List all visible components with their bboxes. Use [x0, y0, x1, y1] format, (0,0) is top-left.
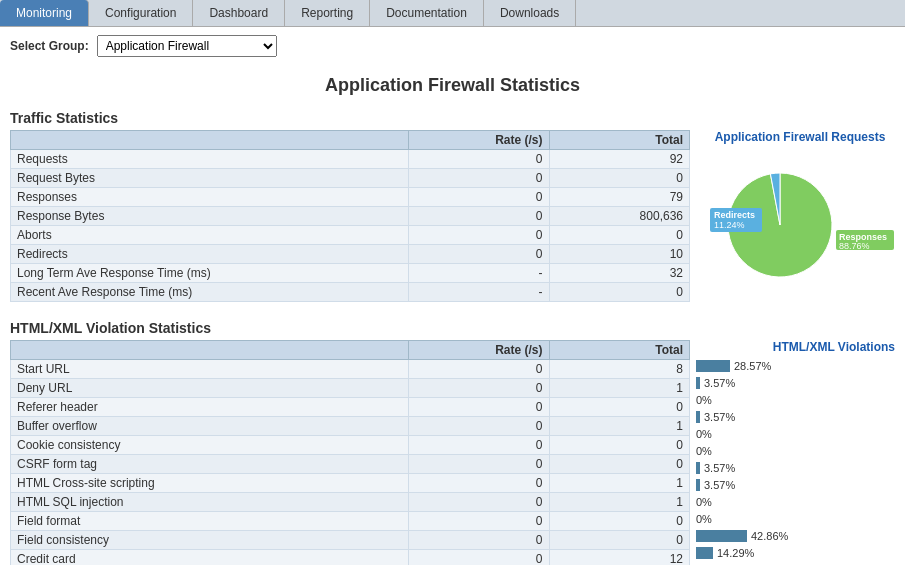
- viol-row-label: Field format: [11, 512, 409, 531]
- page-title: Application Firewall Statistics: [10, 75, 895, 96]
- bar-fill: [696, 377, 700, 389]
- viol-row-rate: 0: [409, 493, 549, 512]
- traffic-row-total: 32: [549, 264, 690, 283]
- viol-row-label: Field consistency: [11, 531, 409, 550]
- table-row: Deny URL 0 1: [11, 379, 690, 398]
- violation-chart-col: HTML/XML Violations 28.57% 3.57% 0% 3.57…: [690, 340, 895, 562]
- viol-row-total: 8: [549, 360, 690, 379]
- bar-fill: [696, 462, 700, 474]
- viol-row-total: 0: [549, 455, 690, 474]
- viol-row-label: Buffer overflow: [11, 417, 409, 436]
- select-group-row: Select Group: Application Firewall: [0, 27, 905, 65]
- pie-chart: Redirects 11.24% Responses 88.76% Redire…: [700, 150, 900, 290]
- table-row: Field consistency 0 0: [11, 531, 690, 550]
- viol-row-label: CSRF form tag: [11, 455, 409, 474]
- viol-row-total: 1: [549, 493, 690, 512]
- traffic-col-label: [11, 131, 409, 150]
- bar-label: 0%: [696, 513, 712, 525]
- viol-row-rate: 0: [409, 398, 549, 417]
- bar-fill: [696, 360, 730, 372]
- bar-row: 0%: [696, 511, 895, 527]
- table-row: Response Bytes 0 800,636: [11, 207, 690, 226]
- viol-row-total: 0: [549, 436, 690, 455]
- viol-row-total: 1: [549, 474, 690, 493]
- tab-documentation[interactable]: Documentation: [370, 0, 484, 26]
- traffic-row-rate: -: [409, 283, 549, 302]
- bar-fill: [696, 530, 747, 542]
- table-row: Cookie consistency 0 0: [11, 436, 690, 455]
- svg-text:88.76%: 88.76%: [839, 241, 870, 251]
- select-group-label: Select Group:: [10, 39, 89, 53]
- traffic-row-total: 800,636: [549, 207, 690, 226]
- traffic-row-rate: 0: [409, 207, 549, 226]
- viol-row-label: Referer header: [11, 398, 409, 417]
- viol-col-label: [11, 341, 409, 360]
- tab-configuration[interactable]: Configuration: [89, 0, 193, 26]
- bar-fill: [696, 547, 713, 559]
- table-row: Credit card 0 12: [11, 550, 690, 566]
- traffic-row-rate: 0: [409, 226, 549, 245]
- bar-row: 3.57%: [696, 477, 895, 493]
- bar-label: 28.57%: [734, 360, 771, 372]
- viol-row-total: 1: [549, 417, 690, 436]
- bar-chart-title: HTML/XML Violations: [696, 340, 895, 354]
- viol-row-total: 12: [549, 550, 690, 566]
- viol-row-rate: 0: [409, 550, 549, 566]
- viol-row-label: HTML Cross-site scripting: [11, 474, 409, 493]
- traffic-row-total: 0: [549, 169, 690, 188]
- table-row: Buffer overflow 0 1: [11, 417, 690, 436]
- table-row: Long Term Ave Response Time (ms) - 32: [11, 264, 690, 283]
- bar-row: 28.57%: [696, 358, 895, 374]
- bar-label: 0%: [696, 428, 712, 440]
- bar-row: 3.57%: [696, 375, 895, 391]
- bar-label: 3.57%: [704, 479, 735, 491]
- bar-label: 0%: [696, 445, 712, 457]
- viol-col-total: Total: [549, 341, 690, 360]
- table-row: Responses 0 79: [11, 188, 690, 207]
- viol-row-total: 0: [549, 512, 690, 531]
- tab-dashboard[interactable]: Dashboard: [193, 0, 285, 26]
- table-row: Start URL 0 8: [11, 360, 690, 379]
- bar-row: 42.86%: [696, 528, 895, 544]
- traffic-row-label: Redirects: [11, 245, 409, 264]
- viol-row-rate: 0: [409, 417, 549, 436]
- svg-text:11.24%: 11.24%: [714, 220, 745, 230]
- bar-label: 0%: [696, 394, 712, 406]
- traffic-row-rate: 0: [409, 245, 549, 264]
- traffic-row-label: Response Bytes: [11, 207, 409, 226]
- bar-row: 3.57%: [696, 409, 895, 425]
- viol-row-rate: 0: [409, 360, 549, 379]
- traffic-section-title: Traffic Statistics: [10, 110, 895, 126]
- viol-row-label: Credit card: [11, 550, 409, 566]
- traffic-table-col: Rate (/s) Total Requests 0 92 Request By…: [10, 130, 690, 302]
- traffic-col-total: Total: [549, 131, 690, 150]
- tab-reporting[interactable]: Reporting: [285, 0, 370, 26]
- bar-fill: [696, 411, 700, 423]
- violation-table-col: Rate (/s) Total Start URL 0 8 Deny URL 0…: [10, 340, 690, 565]
- table-row: Requests 0 92: [11, 150, 690, 169]
- bar-label: 3.57%: [704, 411, 735, 423]
- traffic-row-label: Responses: [11, 188, 409, 207]
- bar-row: 0%: [696, 443, 895, 459]
- traffic-row-rate: -: [409, 264, 549, 283]
- violation-section-row: Rate (/s) Total Start URL 0 8 Deny URL 0…: [10, 340, 895, 565]
- select-group-dropdown[interactable]: Application Firewall: [97, 35, 277, 57]
- viol-row-rate: 0: [409, 531, 549, 550]
- bar-fill: [696, 479, 700, 491]
- viol-row-rate: 0: [409, 436, 549, 455]
- tab-monitoring[interactable]: Monitoring: [0, 0, 89, 26]
- bar-label: 42.86%: [751, 530, 788, 542]
- viol-row-total: 0: [549, 398, 690, 417]
- viol-row-label: Deny URL: [11, 379, 409, 398]
- viol-row-total: 1: [549, 379, 690, 398]
- bar-row: 14.29%: [696, 545, 895, 561]
- bar-row: 0%: [696, 392, 895, 408]
- table-row: HTML SQL injection 0 1: [11, 493, 690, 512]
- table-row: HTML Cross-site scripting 0 1: [11, 474, 690, 493]
- tab-downloads[interactable]: Downloads: [484, 0, 576, 26]
- violation-section-title: HTML/XML Violation Statistics: [10, 320, 895, 336]
- traffic-section-row: Rate (/s) Total Requests 0 92 Request By…: [10, 130, 895, 302]
- bar-chart-container: 28.57% 3.57% 0% 3.57% 0% 0% 3.57% 3.57% …: [696, 358, 895, 561]
- traffic-row-rate: 0: [409, 188, 549, 207]
- top-nav: Monitoring Configuration Dashboard Repor…: [0, 0, 905, 27]
